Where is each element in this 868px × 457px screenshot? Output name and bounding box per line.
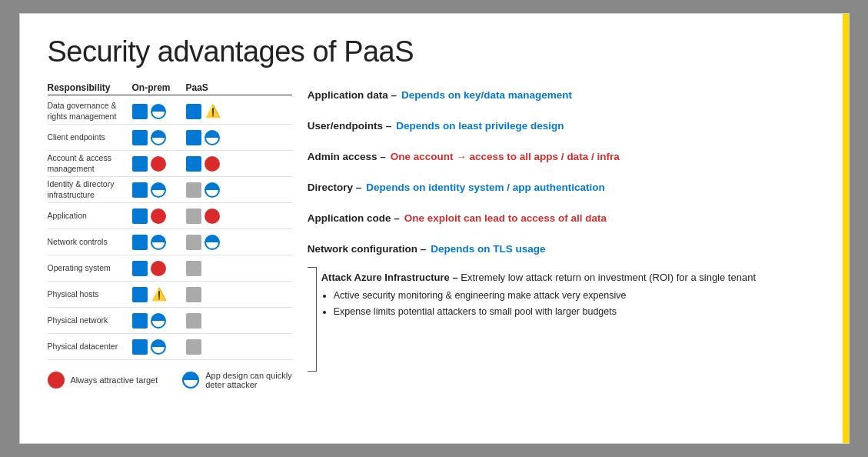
right-desc: One account → access to all apps / data … bbox=[391, 150, 620, 165]
red-circle-icon bbox=[205, 208, 220, 224]
blue-half-icon bbox=[205, 182, 220, 198]
blue-square-icon bbox=[132, 313, 148, 329]
gray-square-icon bbox=[186, 339, 201, 355]
red-circle-icon bbox=[151, 156, 166, 172]
gray-square-icon bbox=[186, 287, 201, 302]
right-label: Application data – bbox=[308, 88, 397, 103]
blue-half-icon bbox=[151, 182, 166, 198]
table-row: Operating system bbox=[48, 255, 292, 282]
table-row: Physical datacenter bbox=[48, 334, 292, 360]
blue-half-icon bbox=[151, 313, 166, 329]
table-row: Physical hosts ⚠️ bbox=[48, 282, 292, 308]
row-label: Identity & directoryinfrastructure bbox=[48, 179, 132, 200]
onprem-icons bbox=[132, 104, 186, 119]
right-row-endpoints: User/endpoints – Depends on least privil… bbox=[308, 113, 821, 139]
blue-square-icon bbox=[132, 156, 148, 172]
gray-square-icon bbox=[186, 235, 201, 250]
paas-icons bbox=[186, 130, 248, 145]
attack-desc: Extremely low attack return on investmen… bbox=[461, 272, 756, 283]
blue-half-icon bbox=[151, 235, 166, 250]
paas-icons bbox=[186, 182, 248, 198]
paas-icons bbox=[186, 313, 248, 329]
right-row-appcode: Application code – One exploit can lead … bbox=[308, 205, 821, 232]
blue-square-icon bbox=[132, 339, 148, 355]
row-label: Client endpoints bbox=[48, 132, 132, 143]
table-row: Data governance &rights management ⚠️ bbox=[48, 98, 292, 125]
attack-title-line: Attack Azure Infrastructure – Extremely … bbox=[321, 270, 756, 285]
warning-icon: ⚠️ bbox=[151, 286, 168, 303]
blue-half-icon bbox=[151, 130, 166, 145]
onprem-icons bbox=[132, 339, 186, 355]
blue-square-icon bbox=[132, 182, 148, 198]
blue-square-icon bbox=[132, 130, 148, 145]
row-label: Physical network bbox=[48, 315, 132, 326]
blue-half-icon bbox=[205, 130, 220, 145]
legend-red-label: Always attractive target bbox=[71, 375, 158, 385]
right-desc: Depends on least privilege design bbox=[396, 119, 564, 134]
legend: Always attractive target App design can … bbox=[48, 371, 292, 389]
onprem-icons: ⚠️ bbox=[132, 286, 186, 303]
bullet-item: Active security monitoring & engineering… bbox=[334, 289, 756, 303]
paas-icons bbox=[186, 339, 248, 355]
row-label: Physical hosts bbox=[48, 289, 132, 300]
blue-half-icon bbox=[205, 235, 220, 250]
right-row-appdata: Application data – Depends on key/data m… bbox=[308, 82, 821, 108]
bracket bbox=[308, 267, 317, 372]
row-label: Physical datacenter bbox=[48, 342, 132, 352]
attack-bullets: Active security monitoring & engineering… bbox=[321, 289, 756, 320]
table-row: Physical network bbox=[48, 308, 292, 334]
right-desc: Depends on identity system / app authent… bbox=[366, 181, 605, 195]
row-label: Data governance &rights management bbox=[48, 101, 132, 122]
paas-icons: ⚠️ bbox=[186, 103, 248, 120]
right-label: Directory – bbox=[308, 181, 362, 195]
paas-icons bbox=[186, 261, 248, 276]
gray-square-icon bbox=[186, 182, 201, 198]
blue-square-icon bbox=[132, 235, 148, 250]
gray-square-icon bbox=[186, 261, 201, 276]
paas-icons bbox=[186, 208, 248, 224]
yellow-accent-bar bbox=[843, 14, 849, 443]
right-desc: One exploit can lead to access of all da… bbox=[404, 212, 607, 226]
slide-title: Security advantages of PaaS bbox=[48, 35, 821, 68]
blue-square-icon bbox=[132, 287, 148, 302]
blue-square-icon bbox=[186, 156, 201, 172]
onprem-icons bbox=[132, 261, 186, 276]
right-label: Application code – bbox=[308, 212, 400, 226]
right-label: Admin access – bbox=[308, 150, 386, 165]
gray-square-icon bbox=[186, 313, 201, 329]
col-responsibility: Responsibility bbox=[48, 82, 132, 93]
paas-icons bbox=[186, 287, 248, 302]
blue-square-icon bbox=[186, 104, 201, 119]
blue-half-icon bbox=[151, 339, 166, 355]
right-content: Application data – Depends on key/data m… bbox=[292, 82, 821, 389]
right-row-network: Network configuration – Depends on TLS u… bbox=[308, 236, 821, 262]
blue-square-icon bbox=[132, 104, 148, 119]
row-label: Application bbox=[48, 211, 132, 222]
blue-half-icon bbox=[151, 104, 166, 119]
right-label: User/endpoints – bbox=[308, 119, 392, 134]
row-label: Account & accessmanagement bbox=[48, 153, 132, 174]
legend-item-blue: App design can quicklydeter attacker bbox=[182, 371, 292, 389]
legend-item-red: Always attractive target bbox=[48, 372, 158, 389]
gray-square-icon bbox=[186, 208, 201, 224]
paas-icons bbox=[186, 235, 248, 250]
paas-icons bbox=[186, 156, 248, 172]
right-desc: Depends on TLS usage bbox=[431, 242, 545, 257]
onprem-icons bbox=[132, 235, 186, 250]
legend-red-icon bbox=[48, 372, 65, 389]
table-header: Responsibility On-prem PaaS bbox=[48, 82, 292, 95]
right-row-directory: Directory – Depends on identity system /… bbox=[308, 175, 821, 201]
warning-icon: ⚠️ bbox=[205, 103, 221, 120]
onprem-icons bbox=[132, 208, 186, 224]
table-row: Application bbox=[48, 203, 292, 229]
onprem-icons bbox=[132, 313, 186, 329]
right-desc: Depends on key/data management bbox=[401, 88, 572, 103]
bullet-item: Expense limits potential attackers to sm… bbox=[334, 305, 756, 319]
col-onprem: On-prem bbox=[132, 82, 186, 93]
red-circle-icon bbox=[151, 261, 166, 276]
red-circle-icon bbox=[205, 156, 220, 172]
red-circle-icon bbox=[151, 208, 166, 224]
attack-section: Attack Azure Infrastructure – Extremely … bbox=[321, 270, 756, 372]
row-label: Operating system bbox=[48, 263, 132, 274]
responsibility-table: Responsibility On-prem PaaS Data governa… bbox=[48, 82, 292, 389]
